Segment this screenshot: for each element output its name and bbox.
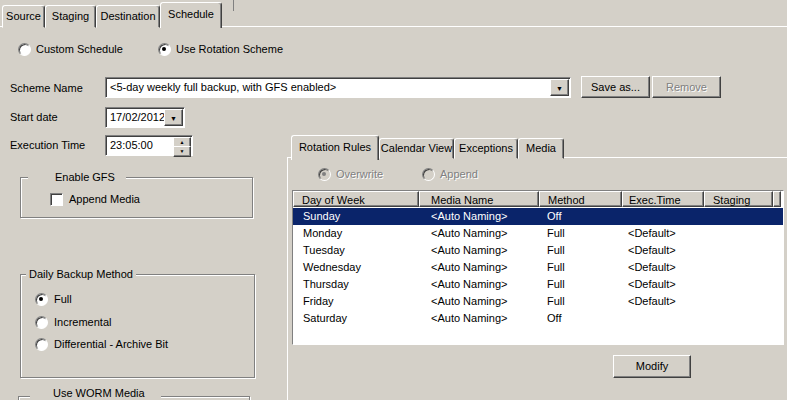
rotation-rules-table: Day of Week Media Name Method Exec.Time … [292, 190, 784, 345]
custom-schedule-label: Custom Schedule [36, 43, 123, 55]
tab-source-label: Source [6, 10, 41, 22]
start-date-label: Start date [10, 111, 58, 123]
full-radio[interactable] [35, 293, 48, 306]
tab-schedule-label: Schedule [168, 8, 214, 20]
table-row[interactable]: Sunday <Auto Naming> Off [293, 208, 783, 225]
start-date-picker[interactable]: 17/02/2012 ▼ [105, 107, 185, 128]
column-header-filler [773, 191, 781, 207]
overwrite-radio [318, 168, 331, 181]
column-header-method[interactable]: Method [539, 191, 622, 207]
execution-time-spinner[interactable]: 23:05:00 ▲ ▼ [105, 135, 193, 156]
tab-exceptions-label: Exceptions [459, 142, 513, 154]
tab-calendar-view[interactable]: Calendar View [379, 138, 454, 159]
append-radio [422, 168, 435, 181]
tab-schedule[interactable]: Schedule [160, 2, 222, 28]
daily-backup-method-title: Daily Backup Method [26, 268, 136, 280]
tab-exceptions[interactable]: Exceptions [454, 138, 518, 159]
enable-gfs-label: Enable GFS [52, 171, 118, 183]
dropdown-arrow-icon[interactable]: ▼ [550, 79, 569, 96]
tab-media[interactable]: Media [518, 138, 564, 159]
scheme-name-value: <5-day weekly full backup, with GFS enab… [110, 81, 336, 93]
table-row[interactable]: Thursday <Auto Naming> Full <Default> [293, 276, 783, 293]
tab-staging[interactable]: Staging [45, 5, 96, 28]
table-row[interactable]: Wednesday <Auto Naming> Full <Default> [293, 259, 783, 276]
execution-time-value: 23:05:00 [110, 139, 153, 151]
differential-archive-bit-label: Differential - Archive Bit [54, 338, 168, 350]
custom-schedule-radio[interactable] [18, 43, 31, 56]
schedule-tab-page: { "window": {"bg":"#d4d0c8","selection_c… [0, 0, 787, 400]
overwrite-label: Overwrite [336, 168, 383, 180]
column-header-day-of-week[interactable]: Day of Week [293, 191, 419, 207]
table-header-row: Day of Week Media Name Method Exec.Time … [293, 191, 783, 208]
differential-archive-bit-radio[interactable] [35, 338, 48, 351]
table-row[interactable]: Friday <Auto Naming> Full <Default> [293, 293, 783, 310]
append-media-label: Append Media [69, 193, 140, 205]
full-label: Full [54, 293, 72, 305]
tab-rotation-rules-label: Rotation Rules [299, 141, 371, 153]
modify-button[interactable]: Modify [613, 355, 691, 378]
save-as-button[interactable]: Save as... [581, 76, 650, 98]
tab-staging-label: Staging [52, 10, 89, 22]
scheme-name-combobox[interactable]: <5-day weekly full backup, with GFS enab… [105, 77, 571, 98]
tab-source[interactable]: Source [2, 5, 45, 28]
tab-media-label: Media [526, 142, 556, 154]
remove-button[interactable]: Remove [652, 76, 721, 98]
incremental-radio[interactable] [35, 316, 48, 329]
save-as-label: Save as... [591, 81, 640, 93]
column-header-staging[interactable]: Staging [704, 191, 773, 207]
scheme-name-label: Scheme Name [10, 82, 83, 94]
table-row[interactable]: Saturday <Auto Naming> Off [293, 310, 783, 327]
use-worm-media-label: Use WORM Media [53, 387, 145, 399]
append-media-checkbox[interactable] [50, 193, 63, 206]
spinner-down-icon[interactable]: ▼ [173, 146, 191, 157]
window-edge-line [233, 0, 234, 11]
start-date-value: 17/02/2012 [110, 111, 165, 123]
execution-time-label: Execution Time [10, 139, 85, 151]
tab-destination-label: Destination [100, 10, 155, 22]
append-label: Append [440, 168, 478, 180]
tab-rotation-rules[interactable]: Rotation Rules [291, 135, 379, 160]
use-rotation-scheme-radio[interactable] [158, 43, 171, 56]
dropdown-arrow-icon[interactable]: ▼ [164, 109, 183, 126]
tab-calendar-view-label: Calendar View [381, 142, 452, 154]
table-row[interactable]: Monday <Auto Naming> Full <Default> [293, 225, 783, 242]
column-header-exec-time[interactable]: Exec.Time [622, 191, 704, 207]
modify-label: Modify [636, 360, 668, 372]
table-row[interactable]: Tuesday <Auto Naming> Full <Default> [293, 242, 783, 259]
column-header-media-name[interactable]: Media Name [419, 191, 539, 207]
use-rotation-scheme-label: Use Rotation Scheme [176, 43, 283, 55]
tab-destination[interactable]: Destination [96, 5, 160, 28]
incremental-label: Incremental [54, 316, 111, 328]
remove-label: Remove [666, 81, 707, 93]
